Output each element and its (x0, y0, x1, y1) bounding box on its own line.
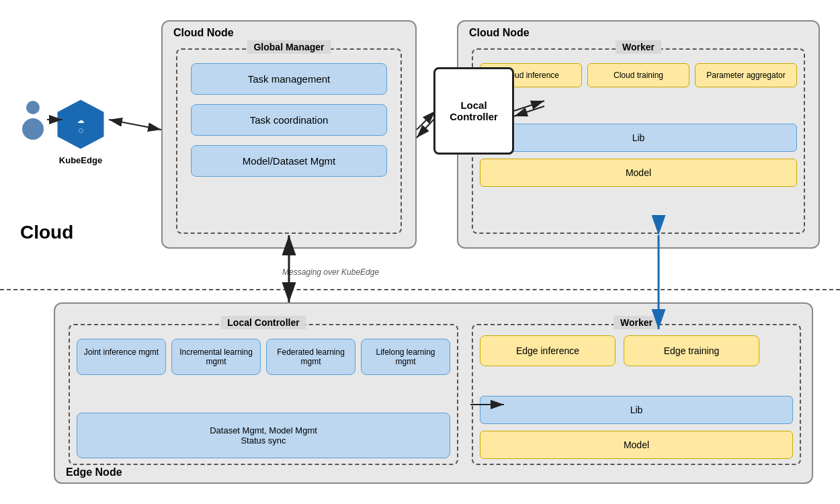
edge-worker-title: Worker (614, 316, 659, 329)
cloud-training-box: Cloud training (587, 63, 689, 87)
cloud-lib: Lib (480, 124, 797, 152)
svg-marker-2 (58, 100, 103, 149)
messaging-label: Messaging over KubeEdge (282, 267, 379, 277)
global-manager-box: Global Manager Task management Task coor… (176, 48, 402, 234)
federated-learning-mgmt: Federated learning mgmt (266, 339, 355, 375)
task-coordination: Task coordination (191, 104, 387, 136)
cloud-worker-stack: Lib Model (480, 124, 797, 187)
edge-model: Model (480, 431, 793, 459)
svg-point-0 (26, 101, 40, 114)
cloud-edge-divider (0, 289, 840, 290)
edge-training-box: Edge training (624, 335, 759, 366)
kubeedge-section: ☁ ⬡ KubeEdge (54, 97, 108, 165)
incremental-learning-mgmt: Incremental learning mgmt (171, 339, 261, 375)
edge-dataset-label: Dataset Mgmt, Model MgmtStatus sync (210, 425, 317, 446)
cloud-label: Cloud (20, 222, 73, 243)
joint-inference-mgmt: Joint inference mgmt (77, 339, 166, 375)
kubeedge-label: KubeEdge (59, 155, 102, 165)
cloud-node-left: Cloud Node Global Manager Task managemen… (161, 20, 417, 249)
parameter-aggregator-box: Parameter aggregator (695, 63, 797, 87)
edge-node-title: Edge Node (66, 466, 122, 478)
edge-local-controller-title: Local Controller (220, 316, 306, 329)
cloud-worker-box: Worker Cloud inference Cloud training Pa… (472, 48, 805, 234)
edge-dataset-box: Dataset Mgmt, Model MgmtStatus sync (77, 413, 450, 458)
kubeedge-icon: ☁ ⬡ (54, 97, 108, 151)
cloud-worker-top-items: Cloud inference Cloud training Parameter… (480, 63, 797, 87)
local-controller-box: LocalController (433, 67, 514, 155)
person-icon (20, 99, 46, 146)
svg-text:⬡: ⬡ (79, 128, 83, 134)
edge-worker-top: Edge inference Edge training (480, 335, 759, 366)
task-management: Task management (191, 63, 387, 95)
edge-worker-stack: Lib Model (480, 396, 793, 459)
svg-text:☁: ☁ (77, 117, 84, 124)
svg-line-10 (109, 120, 161, 130)
cloud-model: Model (480, 159, 797, 187)
edge-worker-outer-box: Worker Edge inference Edge training Lib … (472, 324, 801, 465)
edge-node-box: Edge Node Local Controller Joint inferen… (54, 302, 813, 484)
gm-items: Task management Task coordination Model/… (191, 63, 387, 177)
svg-line-11 (417, 111, 435, 130)
edge-lib: Lib (480, 396, 793, 424)
cloud-worker-title: Worker (616, 40, 661, 54)
global-manager-title: Global Manager (247, 40, 331, 54)
cloud-node-right-title: Cloud Node (469, 27, 530, 39)
edge-local-controller-box: Local Controller Joint inference mgmt In… (69, 324, 458, 465)
diagram: Cloud ☁ ⬡ KubeEdge Cloud Node Global Man… (0, 0, 840, 504)
edge-inference-box: Edge inference (480, 335, 616, 366)
edge-mgmt-row: Joint inference mgmt Incremental learnin… (77, 339, 450, 375)
model-dataset-mgmt: Model/Dataset Mgmt (191, 145, 387, 177)
local-controller-label: LocalController (450, 99, 498, 122)
svg-line-12 (417, 118, 435, 138)
lifelong-learning-mgmt: Lifelong learning mgmt (361, 339, 450, 375)
cloud-node-left-title: Cloud Node (173, 27, 234, 39)
svg-point-1 (22, 118, 44, 140)
